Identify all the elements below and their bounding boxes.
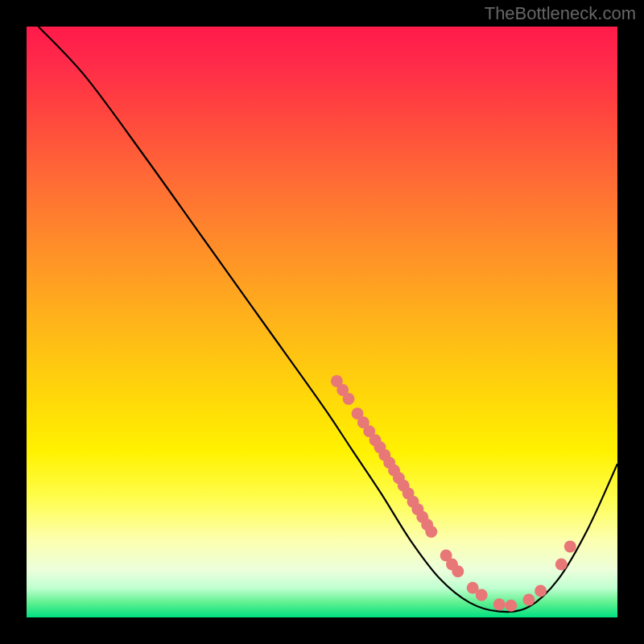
curve-svg	[27, 27, 617, 617]
attribution-text: TheBottleneck.com	[485, 3, 636, 24]
data-point	[476, 589, 488, 601]
data-point	[555, 558, 568, 570]
data-point	[505, 600, 517, 612]
data-point	[425, 526, 437, 538]
data-point	[564, 540, 576, 552]
bottleneck-curve	[39, 27, 617, 612]
data-point	[493, 598, 506, 610]
data-point	[535, 584, 547, 597]
data-point	[522, 593, 535, 605]
data-point	[343, 393, 355, 405]
highlight-points	[331, 375, 576, 612]
chart-container: TheBottleneck.com	[0, 0, 644, 644]
data-point	[452, 565, 464, 577]
plot-area	[27, 27, 617, 617]
